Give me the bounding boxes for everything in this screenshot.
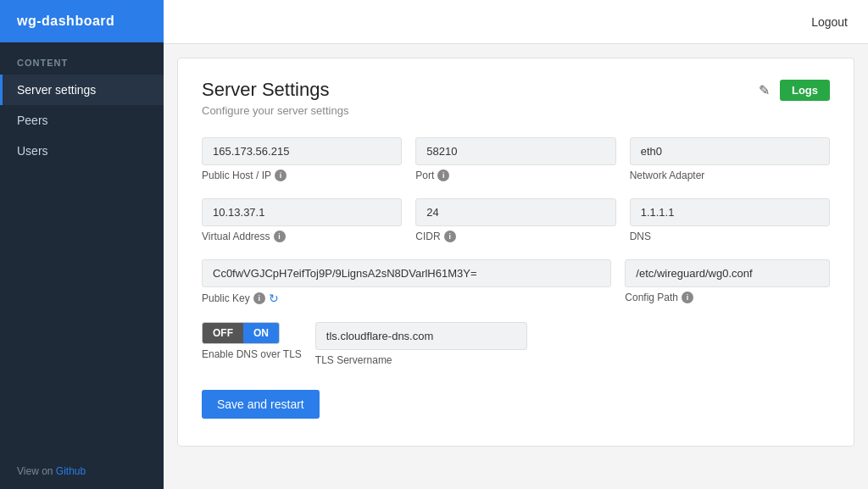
toggle-off-button[interactable]: OFF (203, 323, 243, 343)
port-group: Port i (415, 137, 615, 181)
network-adapter-group: Network Adapter (630, 137, 830, 181)
virtual-address-input[interactable] (202, 198, 402, 226)
form-row-1: Public Host / IP i Port i Network Adapte… (202, 137, 830, 181)
sidebar-item-label: Peers (17, 114, 48, 127)
config-path-info-icon: i (682, 292, 693, 303)
cidr-group: CIDR i (415, 198, 615, 242)
tls-servername-label: TLS Servername (315, 354, 830, 366)
port-input[interactable] (415, 137, 615, 165)
app-logo: wg-dashboard (0, 0, 164, 42)
sidebar: wg-dashboard CONTENT Server settings Pee… (0, 0, 164, 489)
sidebar-section-label: CONTENT (0, 42, 164, 75)
tls-servername-input[interactable] (315, 322, 527, 350)
sidebar-item-peers[interactable]: Peers (0, 105, 164, 136)
sidebar-item-label: Server settings (17, 83, 96, 97)
tls-servername-group: TLS Servername (315, 322, 830, 366)
edit-icon-button[interactable]: ✎ (755, 79, 773, 102)
dns-tls-label: Enable DNS over TLS (202, 348, 302, 360)
public-host-info-icon: i (275, 169, 287, 181)
public-host-input[interactable] (202, 137, 402, 165)
virtual-address-group: Virtual Address i (202, 198, 402, 242)
public-key-input[interactable] (202, 259, 611, 287)
cidr-info-icon: i (444, 231, 456, 242)
logs-button[interactable]: Logs (780, 80, 830, 101)
sidebar-item-users[interactable]: Users (0, 136, 164, 166)
form-row-tls: OFF ON Enable DNS over TLS TLS Servernam… (202, 322, 830, 366)
content-card: Server Settings Configure your server se… (177, 58, 854, 447)
github-link[interactable]: Github (56, 465, 86, 477)
port-info-icon: i (437, 169, 449, 181)
header-actions: ✎ Logs (755, 79, 830, 102)
sidebar-item-label: Users (17, 144, 48, 158)
dns-label: DNS (630, 231, 830, 242)
page-title: Server Settings (202, 79, 348, 101)
network-adapter-label: Network Adapter (630, 169, 830, 181)
sidebar-footer: View on Github (0, 453, 164, 489)
dns-tls-toggle[interactable]: OFF ON (202, 322, 280, 344)
network-adapter-input[interactable] (630, 137, 830, 165)
config-path-label: Config Path i (625, 292, 830, 303)
sidebar-item-server-settings[interactable]: Server settings (0, 75, 164, 105)
public-key-info-icon: i (253, 292, 265, 304)
virtual-address-info-icon: i (274, 231, 286, 242)
form-row-2: Virtual Address i CIDR i DNS (202, 198, 830, 242)
save-restart-button[interactable]: Save and restart (202, 390, 320, 419)
page-header-text: Server Settings Configure your server se… (202, 79, 348, 117)
public-key-label: Public Key i ↻ (202, 292, 611, 305)
page-subtitle: Configure your server settings (202, 104, 348, 117)
port-label: Port i (415, 169, 615, 181)
logout-button[interactable]: Logout (811, 15, 848, 29)
virtual-address-label: Virtual Address i (202, 231, 402, 242)
cidr-input[interactable] (415, 198, 615, 226)
topbar: Logout (164, 0, 868, 44)
page-header: Server Settings Configure your server se… (202, 79, 830, 117)
dns-input[interactable] (630, 198, 830, 226)
config-path-group: Config Path i (625, 259, 830, 305)
dns-group: DNS (630, 198, 830, 242)
refresh-icon[interactable]: ↻ (269, 292, 279, 305)
form-row-3: Public Key i ↻ Config Path i (202, 259, 830, 305)
main-content: Logout Server Settings Configure your se… (164, 0, 868, 489)
public-host-group: Public Host / IP i (202, 137, 402, 181)
dns-tls-toggle-group: OFF ON Enable DNS over TLS (202, 322, 302, 360)
public-key-group: Public Key i ↻ (202, 259, 611, 305)
cidr-label: CIDR i (415, 231, 615, 242)
public-host-label: Public Host / IP i (202, 169, 402, 181)
config-path-input[interactable] (625, 259, 830, 287)
toggle-on-button[interactable]: ON (243, 323, 279, 343)
